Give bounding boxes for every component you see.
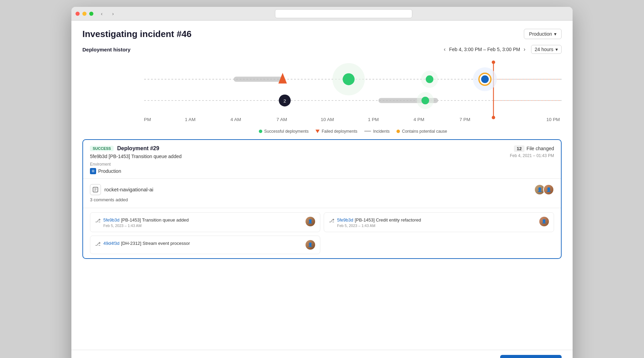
commit-3-hash: 49d4f3d xyxy=(103,241,119,246)
deployment-history-header: Deployment history ‹ Feb 4, 3:00 PM – Fe… xyxy=(82,45,562,54)
add-potential-causes-button[interactable]: Add potential causes xyxy=(500,355,562,358)
commit-2-avatar: 👤 xyxy=(539,217,549,226)
file-changed-badge: 12 File changed xyxy=(510,145,554,152)
card-title-row: SUCCESS Deployment #29 xyxy=(90,145,182,152)
commit-2-msg: [PB-1453] Credit entity refactored xyxy=(355,217,421,223)
url-bar[interactable] xyxy=(275,9,412,18)
commit-1-details: 5fe9b3d [PB-1453] Transition queue added… xyxy=(103,217,189,228)
svg-point-19 xyxy=(481,75,488,83)
svg-text:7 PM: 7 PM xyxy=(459,117,470,122)
date-navigator: ‹ Feb 4, 3:00 PM – Feb 5, 3:00 PM › xyxy=(444,46,526,52)
legend-potential-cause-icon xyxy=(396,130,400,133)
deployment-history-title: Deployment history xyxy=(82,47,130,52)
legend-incidents-label: Incidents xyxy=(373,129,390,134)
legend-successful-label: Successful deployments xyxy=(264,129,309,134)
minimize-button[interactable] xyxy=(82,12,87,16)
commit-2-date: Feb 5, 2023 – 1:43 AM xyxy=(337,224,421,228)
card-header-right: 12 File changed Feb 4, 2021 – 01:43 PM xyxy=(510,145,554,158)
commits-grid: ⎇ 5fe9b3d [PB-1453] Transition queue add… xyxy=(83,208,561,258)
commit-dot-icon: ⎇ xyxy=(95,218,101,223)
legend-incidents: Incidents xyxy=(364,129,390,134)
svg-text:7 AM: 7 AM xyxy=(276,117,287,122)
repo-section: rocket-navigational-ai 👤 👤 3 comments ad… xyxy=(83,179,561,208)
avatar-2: 👤 xyxy=(543,184,554,195)
commit-3-avatar: 👤 xyxy=(306,240,315,250)
env-selector-chevron: ▾ xyxy=(554,31,556,37)
svg-text:4 PM: 4 PM xyxy=(413,117,424,122)
titlebar: ‹ › xyxy=(71,7,573,21)
date-range-label: Feb 4, 3:00 PM – Feb 5, 3:00 PM xyxy=(449,47,520,52)
avatars-group: 👤 👤 xyxy=(534,184,554,195)
file-label: File changed xyxy=(527,146,554,151)
svg-point-7 xyxy=(492,60,495,64)
legend-failed: Failed deployments xyxy=(315,129,357,134)
status-badge: SUCCESS xyxy=(90,146,114,151)
env-icon: ⊞ xyxy=(90,168,96,174)
hours-selector[interactable]: 24 hours ▾ xyxy=(531,45,562,54)
svg-text:10 PM: 10 PM xyxy=(546,117,560,122)
commit-3-details: 49d4f3d [DH-2312] Stream event processor xyxy=(103,240,190,246)
env-badge: ⊞ Production xyxy=(90,168,182,174)
maximize-button[interactable] xyxy=(89,12,93,16)
commit-1-date: Feb 5, 2023 – 1:43 AM xyxy=(103,224,189,228)
repo-name: rocket-navigational-ai xyxy=(104,187,153,192)
legend-failed-icon xyxy=(315,130,320,133)
chart-legend: Successful deployments Failed deployment… xyxy=(144,129,562,134)
date-prev-button[interactable]: ‹ xyxy=(444,46,446,52)
commit-2-details: 5fe9b3d [PB-1453] Credit entity refactor… xyxy=(337,217,421,228)
environment-selector[interactable]: Production ▾ xyxy=(524,29,562,39)
commit-card-2[interactable]: ⎇ 5fe9b3d [PB-1453] Credit entity refact… xyxy=(324,212,554,232)
hours-chevron: ▾ xyxy=(555,47,558,52)
commit-card-3-left: ⎇ 49d4f3d [DH-2312] Stream event process… xyxy=(95,240,190,247)
legend-incidents-icon xyxy=(364,131,371,132)
card-header-left: SUCCESS Deployment #29 5fe9b3d [PB-1453]… xyxy=(90,145,182,174)
svg-text:1 PM: 1 PM xyxy=(368,117,379,122)
legend-successful: Successful deployments xyxy=(259,129,309,134)
commit-card-1[interactable]: ⎇ 5fe9b3d [PB-1453] Transition queue add… xyxy=(90,212,320,232)
svg-text:10 AM: 10 AM xyxy=(321,117,334,122)
main-content: Investigating incident #46 Production ▾ … xyxy=(71,21,573,350)
cancel-button[interactable]: Cancel xyxy=(468,356,495,358)
deployment-name: Deployment #29 xyxy=(117,145,159,152)
commit-card-3[interactable]: ⎇ 49d4f3d [DH-2312] Stream event process… xyxy=(90,236,320,254)
comments-count: 3 comments added xyxy=(90,197,554,202)
env-label: Enviroment xyxy=(90,162,182,167)
svg-text:4 AM: 4 AM xyxy=(230,117,241,122)
commit-dot-icon-2: ⎇ xyxy=(329,218,334,223)
close-button[interactable] xyxy=(76,12,80,16)
back-button[interactable]: ‹ xyxy=(99,10,105,17)
date-next-button[interactable]: › xyxy=(524,46,525,52)
commit-2-title: 5fe9b3d [PB-1453] Credit entity refactor… xyxy=(337,217,421,223)
svg-point-16 xyxy=(426,75,433,83)
card-header: SUCCESS Deployment #29 5fe9b3d [PB-1453]… xyxy=(83,140,561,179)
commit-card-1-left: ⎇ 5fe9b3d [PB-1453] Transition queue add… xyxy=(95,217,189,228)
dh-controls: ‹ Feb 4, 3:00 PM – Feb 5, 3:00 PM › 24 h… xyxy=(444,45,562,54)
svg-text:1 AM: 1 AM xyxy=(185,117,196,122)
legend-failed-label: Failed deployments xyxy=(322,129,357,134)
bottom-bar: 1 deployment selected Cancel Add potenti… xyxy=(71,350,573,358)
legend-potential-cause: Contains potential cause xyxy=(396,129,447,134)
commit-message: 5fe9b3d [PB-1453] Transition queue added xyxy=(90,154,182,159)
svg-point-8 xyxy=(492,116,495,119)
commit-3-title: 49d4f3d [DH-2312] Stream event processor xyxy=(103,240,190,246)
page-title: Investigating incident #46 xyxy=(82,29,192,39)
env-name: Production xyxy=(98,168,121,174)
svg-text:10 PM: 10 PM xyxy=(144,117,151,122)
commit-3-msg: [DH-2312] Stream event processor xyxy=(121,241,190,246)
forward-button[interactable]: › xyxy=(110,10,116,17)
deployment-card: SUCCESS Deployment #29 5fe9b3d [PB-1453]… xyxy=(82,139,562,259)
hours-label: 24 hours xyxy=(535,47,553,52)
repo-header: rocket-navigational-ai 👤 👤 xyxy=(90,184,554,195)
repo-name-row: rocket-navigational-ai xyxy=(90,184,153,195)
commit-dot-icon-3: ⎇ xyxy=(95,241,101,247)
svg-rect-11 xyxy=(234,77,285,82)
svg-point-14 xyxy=(343,73,355,85)
deployment-chart: banking-transaction ledger-monitoring › … xyxy=(82,58,562,134)
file-count: 12 xyxy=(514,145,524,152)
env-selector-label: Production xyxy=(529,31,552,37)
file-date: Feb 4, 2021 – 01:43 PM xyxy=(510,153,554,158)
legend-potential-cause-label: Contains potential cause xyxy=(402,129,447,134)
legend-successful-icon xyxy=(259,130,262,133)
svg-text:2: 2 xyxy=(284,98,286,104)
page-header: Investigating incident #46 Production ▾ xyxy=(82,29,562,39)
